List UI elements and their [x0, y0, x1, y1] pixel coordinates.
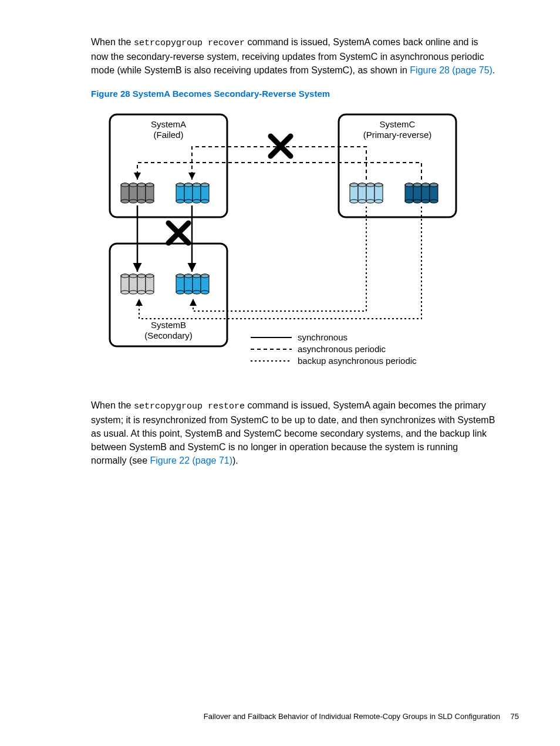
text: When the [91, 37, 134, 47]
figure-caption: Figure 28 SystemA Becomes Secondary-Reve… [91, 87, 495, 100]
text: . [492, 65, 495, 75]
paragraph-1: When the setrcopygroup recover command i… [91, 35, 495, 77]
systemC-label1: SystemC [380, 119, 416, 129]
systemB-label1: SystemB [151, 320, 186, 330]
paragraph-2: When the setrcopygroup restore command i… [91, 399, 495, 468]
figure-28-diagram: SystemA (Failed) SystemC (Primary-revers… [104, 109, 495, 382]
systemA-label1: SystemA [151, 119, 186, 129]
x-mark-side [168, 223, 188, 243]
systemC-cylinders-dark [405, 183, 438, 203]
figure-link-22[interactable]: Figure 22 (page 71) [150, 455, 232, 465]
systemB-label2: (Secondary) [144, 330, 193, 340]
systemB-cylinders-grey [121, 274, 154, 294]
legend-async: asynchronous periodic [298, 344, 386, 354]
legend: synchronous asynchronous periodic backup… [251, 332, 417, 366]
code-command: setrcopygroup restore [134, 401, 245, 411]
code-command: setrcopygroup recover [134, 38, 245, 48]
systemB-cylinders-blue [176, 274, 209, 294]
legend-sync: synchronous [298, 332, 348, 342]
systemC-label2: (Primary-reverse) [363, 130, 432, 140]
text: When the [91, 400, 134, 410]
systemA-cylinders-grey [121, 183, 154, 203]
systemA-label2: (Failed) [154, 130, 184, 140]
text: ). [232, 455, 238, 465]
legend-backup: backup asynchronous periodic [298, 356, 417, 366]
figure-link-28[interactable]: Figure 28 (page 75) [410, 65, 492, 75]
systemC-cylinders-light [350, 183, 383, 203]
systemA-cylinders-blue [176, 183, 209, 203]
